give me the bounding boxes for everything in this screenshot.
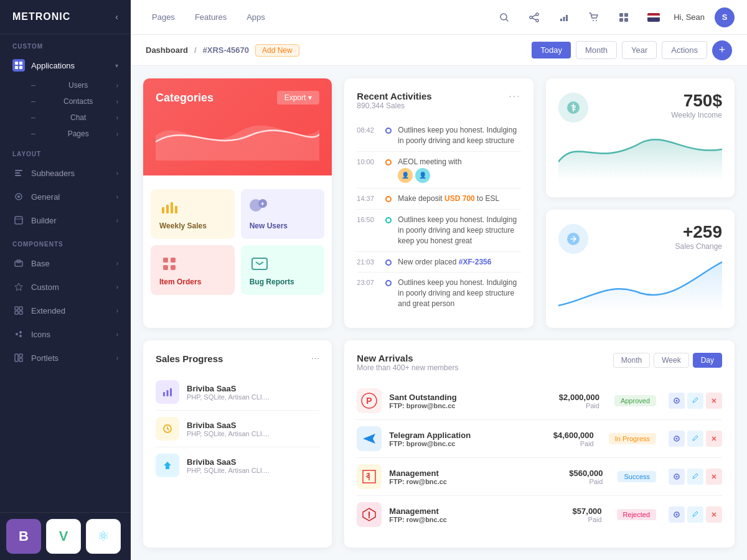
bug-reports-item[interactable]: Bug Reports: [241, 245, 325, 295]
arrivals-tab-week[interactable]: Week: [654, 353, 688, 368]
grid-icon[interactable]: [614, 7, 634, 27]
sidebar-item-general[interactable]: General ›: [0, 185, 131, 208]
activity-item-1: 08:42 Outlines keep you honest. Indulgin…: [357, 120, 520, 152]
arrival-edit-3[interactable]: [687, 469, 703, 485]
nav-tab-pages[interactable]: Pages: [143, 9, 184, 26]
sales-progress-card: Sales Progress ··· Briviba SaaS PHP, SQL…: [143, 340, 332, 548]
chart-icon[interactable]: [554, 7, 574, 27]
export-chevron-icon: ▾: [308, 93, 312, 102]
arrival-delete-3[interactable]: [706, 469, 722, 485]
svg-rect-0: [15, 62, 18, 65]
categories-title-row: Categories Export ▾: [156, 91, 319, 105]
today-button[interactable]: Today: [532, 42, 571, 58]
arrivals-tab-day[interactable]: Day: [693, 353, 722, 368]
pages-arrow: ›: [116, 131, 118, 138]
arrival-edit-1[interactable]: [687, 393, 703, 409]
share-icon[interactable]: [524, 7, 544, 27]
export-button[interactable]: Export ▾: [277, 91, 320, 105]
sidebar-item-extended[interactable]: Extended ›: [0, 299, 131, 322]
arrival-amount-3: $560,000 Paid: [569, 469, 603, 485]
svg-rect-51: [163, 392, 165, 396]
sidebar-item-chat[interactable]: Chat ›: [31, 110, 131, 126]
general-icon: [12, 190, 25, 203]
sidebar-item-contacts[interactable]: Contacts ›: [31, 93, 131, 110]
svg-rect-52: [167, 390, 169, 396]
arrival-view-2[interactable]: [669, 431, 685, 447]
user-avatar[interactable]: S: [715, 7, 735, 27]
framework-bar: B V ⚛: [0, 512, 131, 560]
arrivals-tabs: Month Week Day: [613, 353, 722, 368]
layout-section-label: LAYOUT: [0, 142, 131, 161]
activity-dot-5: [385, 259, 392, 266]
users-arrow: ›: [116, 82, 118, 89]
sidebar-item-icons[interactable]: Icons ›: [0, 322, 131, 346]
sidebar-item-custom[interactable]: Custom ›: [0, 275, 131, 299]
activity-text-2: AEOL meeting with 👤 👤: [398, 157, 520, 184]
activity-dot-1: [385, 128, 392, 134]
new-users-item[interactable]: + New Users: [241, 189, 325, 239]
nav-tab-features[interactable]: Features: [186, 9, 235, 26]
arrival-amount-4: $57,000 Paid: [573, 506, 602, 523]
arrival-view-4[interactable]: [669, 506, 685, 523]
arrival-row-1: P Sant Outstanding FTP: bprow@bnc.cc $2,…: [357, 382, 722, 420]
activity-item-2: 10:00 AEOL meeting with 👤 👤: [357, 152, 520, 189]
arrival-ftp-4: FTP: row@bnc.cc: [389, 516, 565, 523]
weekly-sales-item[interactable]: Weekly Sales: [151, 189, 235, 239]
arrival-delete-2[interactable]: [706, 431, 722, 447]
arrival-badge-3: Success: [618, 471, 656, 482]
nav-tab-apps[interactable]: Apps: [238, 9, 274, 26]
arrival-view-1[interactable]: [669, 393, 685, 409]
sidebar-item-pages[interactable]: Pages ›: [31, 126, 131, 142]
activity-text-5: New order placed #XF-2356: [398, 257, 520, 268]
arrival-view-3[interactable]: [669, 469, 685, 485]
applications-arrow: ▾: [115, 62, 118, 69]
activity-text-3: Make deposit USD 700 to ESL: [398, 194, 520, 204]
arrival-edit-2[interactable]: [687, 431, 703, 447]
arrival-badge-1: Approved: [614, 395, 656, 406]
svg-rect-32: [563, 17, 565, 21]
svg-rect-22: [19, 354, 22, 357]
sidebar-item-users[interactable]: Users ›: [31, 77, 131, 93]
activity-item-3: 14:37 Make deposit USD 700 to ESL: [357, 189, 520, 210]
item-orders-item[interactable]: Item Orders: [151, 245, 235, 295]
sales-info-3: Briviba SaaS PHP, SQLite, Artisan CLI...…: [187, 457, 319, 474]
subheader: Dashboard / #XRS-45670 Add New Today Mon…: [131, 35, 747, 66]
month-button[interactable]: Month: [576, 41, 617, 59]
breadcrumb-separator: /: [194, 45, 197, 55]
custom-label: Custom: [31, 282, 59, 292]
arrival-info-4: Management FTP: row@bnc.cc: [389, 506, 565, 523]
sidebar-item-applications[interactable]: Applications ▾: [0, 54, 131, 77]
arrival-edit-4[interactable]: [687, 506, 703, 523]
svg-marker-13: [15, 283, 22, 291]
sidebar: METRONIC ‹ CUSTOM Applications ▾ Users ›…: [0, 0, 131, 560]
arrival-badge-4: Rejected: [617, 509, 656, 520]
sales-progress-menu-icon[interactable]: ···: [311, 353, 319, 364]
arrivals-tab-month[interactable]: Month: [613, 353, 650, 368]
bootstrap-icon[interactable]: B: [6, 519, 41, 554]
sidebar-item-base[interactable]: Base ›: [0, 251, 131, 275]
add-new-button[interactable]: Add New: [255, 44, 299, 57]
sales-change-avatar: [558, 224, 588, 254]
sidebar-item-subheaders[interactable]: Subheaders ›: [0, 161, 131, 185]
activities-menu-icon[interactable]: ···: [509, 91, 520, 102]
actions-button[interactable]: Actions: [662, 41, 707, 59]
react-icon[interactable]: ⚛: [86, 519, 121, 554]
flag-icon[interactable]: [644, 7, 664, 27]
arrival-actions-3: [669, 469, 722, 485]
sidebar-toggle-icon[interactable]: ‹: [115, 12, 118, 22]
vue-icon[interactable]: V: [46, 519, 81, 554]
activity-dot-6: [385, 280, 392, 286]
sidebar-item-builder[interactable]: Builder ›: [0, 208, 131, 232]
add-button[interactable]: +: [712, 40, 732, 60]
weekly-sales-label: Weekly Sales: [159, 222, 207, 230]
arrival-delete-4[interactable]: [706, 506, 722, 523]
custom-arrow: ›: [116, 284, 118, 291]
svg-point-8: [17, 195, 20, 198]
arrival-logo-4: [357, 502, 382, 527]
search-icon[interactable]: [494, 7, 514, 27]
year-button[interactable]: Year: [622, 41, 657, 59]
cart-icon[interactable]: [584, 7, 604, 27]
sidebar-item-portlets[interactable]: Portlets ›: [0, 346, 131, 370]
portlets-arrow: ›: [116, 355, 118, 362]
arrival-delete-1[interactable]: [706, 393, 722, 409]
